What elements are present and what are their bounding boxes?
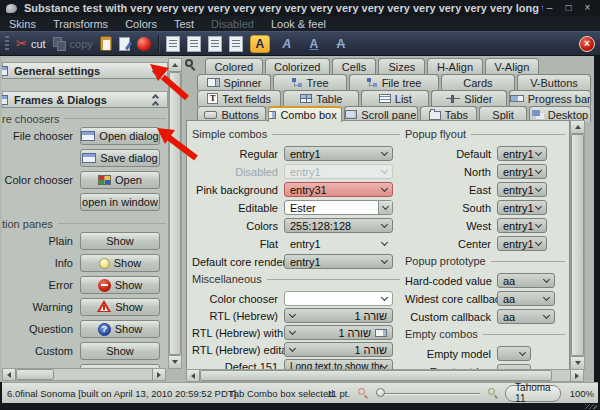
combo-flyout-north[interactable]: entry1 <box>497 164 547 179</box>
highlight-toggle-button[interactable]: A <box>250 35 270 53</box>
color-open-button[interactable]: Open <box>80 171 160 189</box>
slider-knob[interactable] <box>376 388 385 397</box>
toolbar-close-button[interactable]: × <box>579 36 595 52</box>
align-justify-button[interactable] <box>229 36 243 52</box>
show-error-button[interactable]: Show <box>80 276 160 294</box>
combo-empty-model[interactable] <box>497 346 531 361</box>
combo-editable[interactable]: Ester <box>284 200 393 215</box>
record-button[interactable] <box>137 37 151 51</box>
tab-progress-bar[interactable]: Progress bar <box>509 90 591 106</box>
align-right-icon <box>208 36 222 52</box>
close-button[interactable]: × <box>581 1 594 15</box>
chevron-down-icon <box>543 275 550 282</box>
tab-colored[interactable]: Colored <box>205 58 263 74</box>
zoom-in-icon[interactable] <box>487 387 499 399</box>
resize-grip[interactable] <box>585 404 597 409</box>
scroll-right-arrow[interactable] <box>570 370 583 381</box>
tab-h-align[interactable]: H-Align <box>427 58 482 74</box>
menu-test[interactable]: Test <box>174 18 194 30</box>
save-dialog-button[interactable]: Save dialog <box>80 149 160 167</box>
combo-flyout-default[interactable]: entry1 <box>497 146 547 161</box>
scrollbar-thumb[interactable] <box>16 369 54 380</box>
show-info-button[interactable]: Show <box>80 254 160 272</box>
tab-table[interactable]: Table <box>283 90 359 106</box>
strikethrough-toggle-button[interactable]: A <box>331 35 351 53</box>
show-warning-button[interactable]: Show <box>80 298 160 316</box>
toolbar-drag-handle[interactable] <box>5 36 9 52</box>
scrollbar-thumb[interactable] <box>571 134 584 356</box>
tab-cards[interactable]: Cards <box>441 74 515 90</box>
italic-toggle-button[interactable]: A <box>277 35 297 53</box>
tab-list[interactable]: List <box>361 90 429 106</box>
tab-colorized[interactable]: Colorized <box>265 58 330 74</box>
combo-flyout-south[interactable]: entry1 <box>497 200 547 215</box>
cut-button[interactable]: ✂ cut <box>16 37 46 50</box>
tab-tree[interactable]: Tree <box>273 74 347 90</box>
combo-rtl-hebrew-editable[interactable]: 1 שורה <box>284 342 393 357</box>
tab-slider[interactable]: Slider <box>431 90 507 106</box>
menu-colors[interactable]: Colors <box>125 18 157 30</box>
combo-flyout-west[interactable]: entry1 <box>497 218 547 233</box>
scrollbar-thumb[interactable] <box>200 370 552 381</box>
show-plain-button[interactable]: Show <box>80 232 160 250</box>
taskpane-general-settings[interactable]: General settings <box>2 62 168 79</box>
combo-color-chooser[interactable] <box>284 291 393 306</box>
sidebar-horizontal-scrollbar[interactable] <box>2 368 166 381</box>
scroll-right-arrow[interactable] <box>152 369 165 380</box>
sidebar-vertical-scrollbar[interactable] <box>168 58 182 369</box>
combo-colors[interactable]: 255:128:128 <box>284 218 393 233</box>
combo-flyout-east[interactable]: entry1 <box>497 182 547 197</box>
tab-file-tree[interactable]: File tree <box>349 74 439 90</box>
font-family-button[interactable]: Tahoma 11 <box>505 385 561 402</box>
align-right-button[interactable] <box>208 36 222 52</box>
minimize-button[interactable]: – <box>543 1 556 15</box>
scissors-icon: ✂ <box>16 37 27 50</box>
combo-regular[interactable]: entry1 <box>284 146 393 161</box>
main-vertical-scrollbar[interactable] <box>570 120 585 370</box>
font-size-slider[interactable] <box>374 387 482 399</box>
combo-flat[interactable]: entry1 <box>284 236 393 251</box>
tab-v-align[interactable]: V-Align <box>485 58 539 74</box>
chevron-double-up-icon[interactable] <box>153 93 161 107</box>
chevron-double-down-icon[interactable] <box>153 68 161 74</box>
scroll-left-arrow[interactable] <box>187 370 200 381</box>
combo-hard-coded-value[interactable]: aa <box>497 273 555 288</box>
scrollbar-thumb[interactable] <box>169 72 181 355</box>
align-center-button[interactable] <box>187 36 201 52</box>
combo-pink-background[interactable]: entry31 <box>284 182 393 197</box>
tab-sizes[interactable]: Sizes <box>378 58 425 74</box>
menu-look-and-feel[interactable]: Look & feel <box>271 18 326 30</box>
scroll-down-arrow[interactable] <box>169 355 181 368</box>
combo-flyout-center[interactable]: entry1 <box>497 236 547 251</box>
combo-arrow-button[interactable] <box>378 201 392 214</box>
align-left-button[interactable] <box>166 36 180 52</box>
combo-default-core-renderer[interactable]: entry1 <box>284 254 393 269</box>
scroll-down-arrow[interactable] <box>571 356 584 369</box>
combo-custom-callback[interactable]: aa <box>497 309 555 324</box>
menu-skins[interactable]: Skins <box>9 18 36 30</box>
paste-button[interactable] <box>100 36 112 51</box>
menu-transforms[interactable]: Transforms <box>53 18 108 30</box>
taskpane-frames-dialogs[interactable]: Frames & Dialogs <box>2 91 168 108</box>
edit-document-button[interactable] <box>119 37 130 51</box>
open-in-window-button[interactable]: open in window <box>80 193 160 211</box>
tab-text-fields[interactable]: TText fields <box>197 90 281 106</box>
show-question-button[interactable]: ? Show <box>80 320 160 338</box>
combo-widest-core-callback[interactable]: aa <box>497 291 555 306</box>
tab-combo-box[interactable]: Combo boxx <box>268 106 342 122</box>
tab-spinner[interactable]: Spinner <box>197 74 271 90</box>
maximize-button[interactable]: □ <box>562 1 575 15</box>
open-dialog-button[interactable]: Open dialog <box>80 127 160 145</box>
main-horizontal-scrollbar[interactable] <box>186 369 584 382</box>
underline-toggle-button[interactable]: A <box>304 35 324 53</box>
zoom-out-icon[interactable] <box>357 387 369 399</box>
tab-v-buttons[interactable]: V-Buttons <box>517 74 591 90</box>
tab-cells[interactable]: Cells <box>332 58 377 74</box>
tab-search-icon[interactable] <box>185 59 197 71</box>
combo-rtl-hebrew[interactable]: 1 שורה <box>284 308 393 323</box>
scroll-left-arrow[interactable] <box>3 369 16 380</box>
scroll-up-arrow[interactable] <box>571 121 584 134</box>
show-custom-button[interactable]: Show <box>80 342 160 360</box>
scroll-up-arrow[interactable] <box>169 59 181 72</box>
combo-rtl-hebrew-icon[interactable]: 1 שורה <box>284 325 393 340</box>
